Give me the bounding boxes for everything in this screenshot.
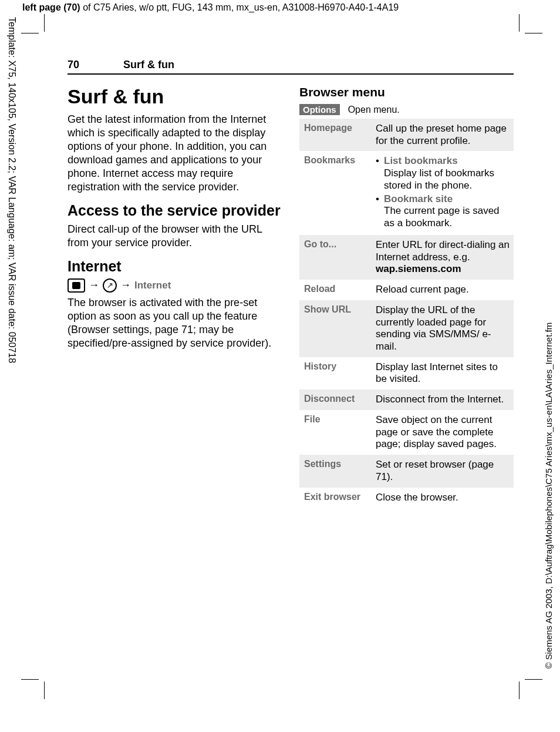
menu-key: File	[299, 410, 371, 455]
side-text-left: Template: X75, 140x105, Version 2.2; VAR…	[6, 17, 17, 464]
table-row: Bookmarks List bookmarksDisplay list of …	[299, 151, 514, 234]
table-row: Show URL Display the URL of the currentl…	[299, 300, 514, 357]
bullet-body: The current page is saved as a bookmark.	[384, 205, 500, 229]
menu-key: Bookmarks	[299, 151, 371, 234]
section-title: Surf & fun	[123, 59, 174, 71]
arrow-icon: →	[89, 279, 99, 291]
table-row: Exit browser Close the browser.	[299, 488, 514, 508]
menu-key: Reload	[299, 280, 371, 300]
heading-internet: Internet	[68, 258, 282, 275]
list-item: List bookmarksDisplay list of bookmarks …	[376, 155, 510, 192]
heading-access-provider: Access to the service provider	[68, 202, 282, 219]
menu-value: List bookmarksDisplay list of bookmarks …	[371, 151, 514, 234]
options-row: Options Open menu.	[299, 104, 514, 115]
table-row: Settings Set or reset browser (page 71).	[299, 455, 514, 487]
menu-value: Enter URL for direct-dialing an Internet…	[371, 235, 514, 280]
bullet-head: Bookmark site	[384, 193, 453, 204]
options-description: Open menu.	[348, 105, 400, 115]
menu-value: Display last Internet sites to be visite…	[371, 357, 514, 389]
menu-value: Close the browser.	[371, 488, 514, 508]
menu-key: Exit browser	[299, 488, 371, 508]
crop-mark	[21, 33, 39, 33]
softkey-icon	[68, 278, 85, 293]
arrow-icon: →	[120, 279, 131, 291]
menu-value: Call up the preset home page for the cur…	[371, 119, 514, 151]
left-column: Surf & fun Get the latest information fr…	[68, 85, 282, 508]
crop-mark	[525, 33, 542, 33]
internet-paragraph: The browser is activated with the pre-se…	[68, 296, 282, 350]
menu-key: Homepage	[299, 119, 371, 151]
table-row: Reload Reload current page.	[299, 280, 514, 300]
options-softkey: Options	[299, 104, 340, 115]
menu-value: Save object on the current page or save …	[371, 410, 514, 455]
goto-text: Enter URL for direct-dialing an Internet…	[376, 239, 510, 263]
menu-value: Disconnect from the Internet.	[371, 389, 514, 410]
goto-example-url: wap.siemens.com	[376, 263, 461, 274]
menu-key: Go to...	[299, 235, 371, 280]
table-row: History Display last Internet sites to b…	[299, 357, 514, 389]
page-number: 70	[68, 59, 123, 71]
browser-menu-table: Homepage Call up the preset home page fo…	[299, 119, 514, 508]
access-provider-paragraph: Direct call-up of the browser with the U…	[68, 223, 282, 250]
table-row: Homepage Call up the preset home page fo…	[299, 119, 514, 151]
bullet-head: List bookmarks	[384, 155, 458, 166]
menu-key: Settings	[299, 455, 371, 487]
list-item: Bookmark siteThe current page is saved a…	[376, 193, 510, 230]
crop-mark	[519, 681, 519, 699]
nav-label: Internet	[134, 280, 171, 291]
crop-header-rest: of C75 Aries, w/o ptt, FUG, 143 mm, mx_u…	[80, 2, 399, 12]
bullet-body: Display list of bookmarks stored in the …	[384, 167, 494, 191]
right-column: Browser menu Options Open menu. Homepage…	[299, 85, 514, 508]
navigation-path: → ↗ → Internet	[68, 278, 282, 293]
page-content: 70 Surf & fun Surf & fun Get the latest …	[68, 59, 514, 508]
intro-paragraph: Get the latest information from the Inte…	[68, 113, 282, 194]
menu-value: Set or reset browser (page 71).	[371, 455, 514, 487]
crop-mark	[525, 679, 542, 680]
crop-header: left page (70) of C75 Aries, w/o ptt, FU…	[22, 2, 399, 13]
running-head: 70 Surf & fun	[68, 59, 514, 75]
menu-key: History	[299, 357, 371, 389]
crop-mark	[21, 679, 39, 680]
menu-key: Show URL	[299, 300, 371, 357]
menu-value: Display the URL of the currently loaded …	[371, 300, 514, 357]
table-row: File Save object on the current page or …	[299, 410, 514, 455]
menu-key: Disconnect	[299, 389, 371, 410]
side-text-right: © Siemens AG 2003, D:\Auftrag\Mobilephon…	[544, 234, 554, 669]
globe-icon: ↗	[103, 278, 117, 293]
menu-value: Reload current page.	[371, 280, 514, 300]
table-row: Disconnect Disconnect from the Internet.	[299, 389, 514, 410]
crop-mark	[44, 681, 45, 699]
crop-mark	[44, 14, 45, 32]
table-row: Go to... Enter URL for direct-dialing an…	[299, 235, 514, 280]
browser-menu-heading: Browser menu	[299, 85, 514, 99]
crop-mark	[519, 14, 519, 32]
page-title: Surf & fun	[68, 85, 282, 108]
crop-header-prefix: left page (70)	[22, 2, 80, 12]
